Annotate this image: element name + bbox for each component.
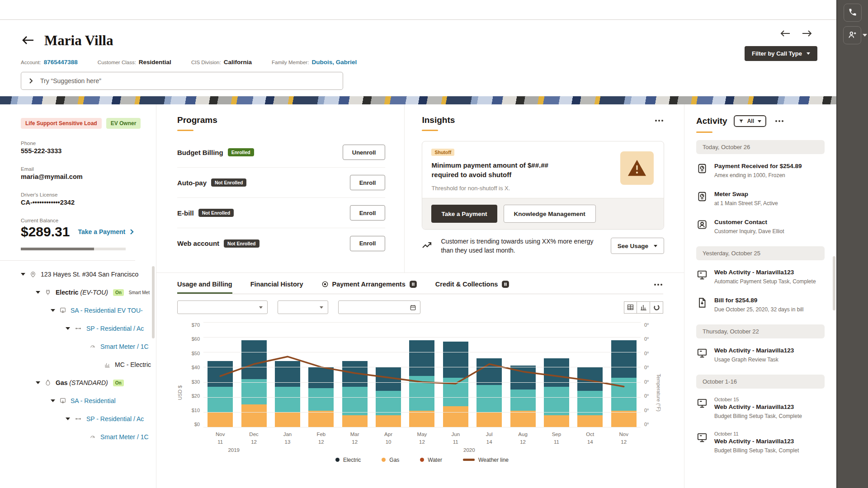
bars-icon xyxy=(104,361,111,368)
stacked-bar[interactable] xyxy=(544,358,569,427)
enrollment-badge: Not Enrolled xyxy=(211,178,246,187)
tree-caret-icon[interactable] xyxy=(36,291,40,294)
tree-label: Gas (STANDARD) xyxy=(56,379,108,386)
x-tick: Oct14 xyxy=(577,431,603,454)
activity-panel: Activity All Today, October 26Payment Re… xyxy=(684,104,836,488)
enroll-button[interactable]: Enroll xyxy=(350,236,386,251)
tree-row[interactable]: SP - Residential / Ac xyxy=(21,410,156,428)
tree-row[interactable]: Smart Meter / 1C xyxy=(21,428,156,446)
bar-segment-water xyxy=(577,391,603,415)
bar-segment-electric xyxy=(208,361,233,386)
insight-headline: Minimum payment amount of $##.## require… xyxy=(431,160,570,179)
unenroll-button[interactable]: Unenroll xyxy=(343,145,386,160)
stacked-bar[interactable] xyxy=(611,340,637,427)
bar-segment-electric xyxy=(409,340,434,376)
tree-caret-icon[interactable] xyxy=(51,399,55,402)
tree-caret-icon[interactable] xyxy=(51,309,55,312)
tree-row[interactable]: SA - Residential xyxy=(21,392,156,410)
stacked-bar[interactable] xyxy=(510,366,536,427)
tree-row[interactable]: Smart Meter / 1C xyxy=(21,338,156,356)
tree-row[interactable]: MC - Electric xyxy=(21,356,156,374)
accent-underline xyxy=(696,131,712,133)
usage-billing-section: Usage and BillingFinancial HistoryPaymen… xyxy=(156,272,684,488)
activity-item[interactable]: Web Activity - Mariavilla123Automatic Pa… xyxy=(696,268,825,286)
tree-row[interactable]: SP - Residential / Ac xyxy=(21,319,156,338)
left-scrollbar-thumb[interactable] xyxy=(152,266,155,338)
activity-item[interactable]: Payment Received for $254.89Amex ending … xyxy=(696,162,825,179)
gridline xyxy=(203,322,641,323)
gauge-icon xyxy=(89,434,96,440)
y-tick: 0° xyxy=(644,422,649,427)
x-tick: Nov112019 xyxy=(208,431,233,454)
suggestion-search-bar[interactable]: Try “Suggestion here” xyxy=(21,72,343,90)
table-view-button[interactable] xyxy=(624,301,637,314)
activity-scrollbar-thumb[interactable] xyxy=(833,256,835,310)
middle-section: Programs Budget BillingEnrolledUnenrollA… xyxy=(156,104,684,488)
rail-caret-icon[interactable] xyxy=(863,34,867,37)
date-range-input[interactable] xyxy=(338,300,420,314)
bar-segment-gas xyxy=(476,412,502,427)
tab-payment-arrangements[interactable]: Payment Arrangements xyxy=(321,280,417,294)
activity-filter-button[interactable]: All xyxy=(734,115,766,127)
activity-item[interactable]: October 11Web Activity - Mariavilla123Bu… xyxy=(696,431,825,455)
record-nav xyxy=(780,30,812,38)
stacked-bar[interactable] xyxy=(476,358,502,427)
family-member-link[interactable]: Dubois, Gabriel xyxy=(311,59,357,66)
activity-item-subtitle: Budget Billing Setup Task, Complet xyxy=(714,447,799,455)
take-payment-link[interactable]: Take a Payment xyxy=(78,228,134,235)
tabs-more-menu-icon[interactable] xyxy=(653,281,663,288)
bar-segment-gas xyxy=(544,415,569,427)
enroll-button[interactable]: Enroll xyxy=(350,205,386,221)
bar-chart-view-button[interactable] xyxy=(637,301,650,314)
pause-badge-icon xyxy=(409,280,417,288)
insight-subtext: Threshold for non-shutoff is X. xyxy=(431,185,655,192)
insights-more-menu-icon[interactable] xyxy=(654,117,664,124)
tree-caret-icon[interactable] xyxy=(66,418,70,420)
knowledge-management-button[interactable]: Knowledge Management xyxy=(504,205,596,223)
tab-financial-history[interactable]: Financial History xyxy=(250,281,303,293)
bar-segment-water xyxy=(611,378,637,411)
stacked-bar[interactable] xyxy=(241,340,267,427)
activity-item[interactable]: Customer ContactCustomer Inquiry, Dave E… xyxy=(696,218,825,235)
take-a-payment-button[interactable]: Take a Payment xyxy=(431,205,497,223)
prev-arrow-icon[interactable] xyxy=(780,30,790,38)
filter-select-1[interactable] xyxy=(177,300,268,314)
y-tick: 0° xyxy=(644,351,649,356)
tree-row[interactable]: Electric (EV-TOU)OnSmart Met xyxy=(21,283,156,301)
bars-layer xyxy=(203,322,641,427)
back-arrow-icon[interactable] xyxy=(21,35,34,47)
stacked-bar[interactable] xyxy=(342,361,368,427)
tab-usage-and-billing[interactable]: Usage and Billing xyxy=(177,281,232,293)
clock-icon xyxy=(321,281,329,288)
stacked-bar[interactable] xyxy=(208,361,233,427)
programs-section: Programs Budget BillingEnrolledUnenrollA… xyxy=(156,104,404,272)
main-window: Maria Villa Filter by Call Type Account:… xyxy=(0,0,836,488)
tree-caret-icon[interactable] xyxy=(66,327,70,330)
filter-select-2[interactable] xyxy=(278,300,328,314)
bar-segment-water xyxy=(409,376,434,410)
stacked-bar[interactable] xyxy=(443,342,468,427)
add-person-button[interactable] xyxy=(843,26,861,44)
tree-row[interactable]: Gas (STANDARD)On xyxy=(21,374,156,392)
tab-credit-collections[interactable]: Credit & Collections xyxy=(435,280,510,294)
activity-item[interactable]: Meter Swapat 1 Main Street SF, Active xyxy=(696,190,825,207)
activity-item[interactable]: Web Activity - Mariavilla123Usage Graph … xyxy=(696,347,825,364)
see-usage-button[interactable]: See Usage xyxy=(611,238,664,254)
app: Maria Villa Filter by Call Type Account:… xyxy=(0,0,868,488)
stacked-bar[interactable] xyxy=(409,340,434,427)
tree-caret-icon[interactable] xyxy=(36,381,40,384)
tree-caret-icon[interactable] xyxy=(21,273,25,276)
y-tick: $30 xyxy=(192,379,200,385)
account-number-link[interactable]: 8765447388 xyxy=(44,59,78,66)
activity-item[interactable]: Bill for $254.89Due October 25, 2020, 32… xyxy=(696,296,825,314)
stacked-bar[interactable] xyxy=(275,361,300,427)
donut-chart-view-button[interactable] xyxy=(650,301,663,314)
activity-more-menu-icon[interactable] xyxy=(774,117,784,125)
filter-by-call-type-button[interactable]: Filter by Call Type xyxy=(745,46,817,61)
activity-item[interactable]: October 15Web Activity - Mariavilla123Bu… xyxy=(696,397,825,420)
phone-call-button[interactable] xyxy=(844,4,862,22)
enroll-button[interactable]: Enroll xyxy=(350,175,386,190)
next-arrow-icon[interactable] xyxy=(802,30,812,38)
tree-row[interactable]: SA - Residential EV TOU- xyxy=(21,301,156,319)
tree-row[interactable]: 123 Hayes St. #304 San Francisco xyxy=(21,265,156,283)
